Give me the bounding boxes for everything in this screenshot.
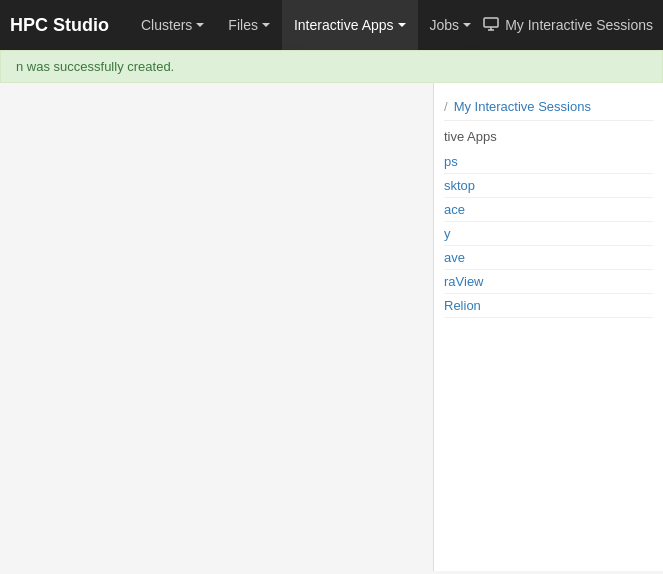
- panel-section-title: tive Apps: [444, 129, 653, 144]
- sessions-nav[interactable]: My Interactive Sessions: [483, 17, 653, 34]
- sidebar-item-grace[interactable]: ace: [444, 198, 653, 222]
- breadcrumb-slash: /: [444, 99, 448, 114]
- navbar: HPC Studio Clusters Files Interactive Ap…: [0, 0, 663, 50]
- sessions-label: My Interactive Sessions: [505, 17, 653, 33]
- jobs-label: Jobs: [430, 17, 460, 33]
- files-menu[interactable]: Files: [216, 0, 282, 50]
- sidebar-item-desktop[interactable]: sktop: [444, 174, 653, 198]
- jobs-menu[interactable]: Jobs: [418, 0, 484, 50]
- panel-title-text: tive Apps: [444, 129, 497, 144]
- breadcrumb-sessions-link[interactable]: My Interactive Sessions: [454, 99, 591, 114]
- alert-message: n was successfully created.: [16, 59, 174, 74]
- jobs-caret: [463, 23, 471, 27]
- sidebar-list: ps sktop ace y ave raView Relion: [444, 150, 653, 318]
- navbar-nav: Clusters Files Interactive Apps Desktops…: [129, 0, 483, 50]
- clusters-caret: [196, 23, 204, 27]
- clusters-label: Clusters: [141, 17, 192, 33]
- sidebar-item-ave[interactable]: ave: [444, 246, 653, 270]
- files-caret: [262, 23, 270, 27]
- sidebar-item-y[interactable]: y: [444, 222, 653, 246]
- monitor-icon: [483, 17, 499, 34]
- files-label: Files: [228, 17, 258, 33]
- alert-success: n was successfully created.: [0, 50, 663, 83]
- clusters-menu[interactable]: Clusters: [129, 0, 216, 50]
- brand[interactable]: HPC Studio: [10, 15, 109, 36]
- sidebar-item-raview[interactable]: raView: [444, 270, 653, 294]
- sidebar-item-relion[interactable]: Relion: [444, 294, 653, 318]
- interactive-apps-label: Interactive Apps: [294, 17, 394, 33]
- right-panel: / My Interactive Sessions tive Apps ps s…: [433, 83, 663, 571]
- interactive-apps-menu[interactable]: Interactive Apps Desktops 🖥 Desktop GUIs: [282, 0, 418, 50]
- svg-rect-28: [484, 18, 498, 27]
- interactive-apps-caret: [398, 23, 406, 27]
- sidebar-item-ps[interactable]: ps: [444, 150, 653, 174]
